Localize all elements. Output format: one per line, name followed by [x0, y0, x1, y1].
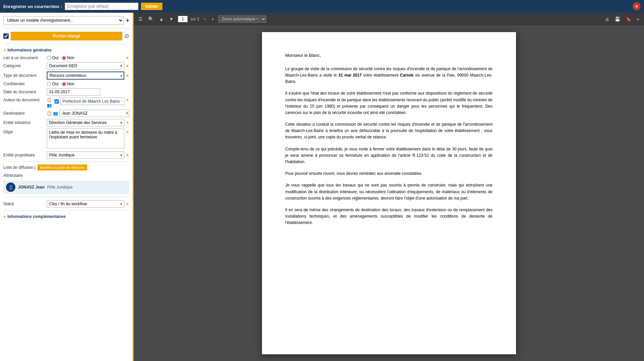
auteur-checkbox-wrapper: [54, 98, 124, 105]
attributaire-link[interactable]: Attributaire: [3, 173, 129, 178]
auteur-checkbox[interactable]: [54, 99, 59, 104]
register-input[interactable]: [65, 3, 138, 10]
entite-initiatrice-label: Entité initiatrice: [3, 120, 47, 125]
type-document-select[interactable]: Recours contentieux: [47, 72, 124, 80]
categorie-required: ★: [126, 64, 129, 68]
lier-document-label: Lier à un document: [3, 55, 47, 60]
date-document-label: Date du document: [3, 90, 47, 94]
statut-label: Statut: [3, 202, 47, 206]
entite-initiatrice-row: Entité initiatrice Direction Générale de…: [3, 119, 129, 126]
objet-wrapper: Lettre de mise en demeure du maire à l'e…: [47, 128, 124, 149]
objet-label: Objet: [3, 130, 47, 134]
pdf-zoom-in-button[interactable]: +: [210, 16, 216, 22]
lier-oui-label[interactable]: Oui: [47, 55, 58, 60]
model-select[interactable]: Utiliser un modèle d'enregistrement...: [3, 16, 124, 25]
statut-select[interactable]: Clos / fin du workflow: [47, 200, 124, 208]
type-document-required: ★: [126, 73, 129, 78]
statut-wrapper: Clos / fin du workflow ▼: [47, 200, 124, 208]
pdf-next-page-button[interactable]: ▼: [168, 16, 175, 22]
auteur-book-icon-btn[interactable]: 📋: [47, 98, 52, 102]
dest-people-icon-btn[interactable]: 👥: [53, 111, 58, 116]
pdf-download-button[interactable]: 💾: [613, 16, 622, 22]
destinataire-clear-button[interactable]: ✕: [125, 111, 129, 116]
attributaire-row: 👤 JONASZ Jean Pôle Juridique: [3, 180, 129, 194]
lier-non-label[interactable]: Non: [62, 55, 75, 60]
validate-button[interactable]: Valider: [141, 3, 162, 10]
lier-non-radio[interactable]: [62, 56, 66, 60]
avatar: 👤: [6, 183, 15, 192]
conf-non-radio[interactable]: [62, 82, 66, 86]
diffusion-label: Liste de diffusion |: [3, 165, 35, 170]
cancel-file-button[interactable]: ⊘: [124, 32, 129, 40]
plus-icon: +: [3, 47, 6, 53]
destinataire-label: Destinataire: [3, 111, 47, 116]
destinataire-group: 📋 👥 ✕: [47, 110, 129, 117]
pdf-print-button[interactable]: 🖨: [603, 16, 611, 22]
left-panel: Utiliser un modèle d'enregistrement... +…: [0, 13, 134, 361]
pdf-sidebar-toggle-button[interactable]: ☰: [137, 16, 144, 22]
destinataire-input[interactable]: [59, 110, 129, 117]
diffusion-row: Liste de diffusion | Modifier la liste d…: [3, 164, 129, 170]
pdf-zoom-out-button[interactable]: −: [202, 16, 207, 22]
conf-non-label[interactable]: Non: [62, 82, 75, 86]
entite-proprietaire-select[interactable]: Pôle Juridique: [47, 151, 124, 159]
pdf-viewer-panel: ☰ 🔍 ▲ ▼ sur 2 − + Zoom automatique ÷ 🖨 💾…: [134, 13, 644, 361]
add-model-button[interactable]: +: [126, 17, 129, 24]
pdf-total-pages: sur 2: [190, 17, 200, 21]
file-loaded-button[interactable]: Fichier chargé: [11, 32, 122, 40]
entite-initiatrice-select[interactable]: Direction Générale des Services: [47, 119, 124, 126]
attr-service: Pôle Juridique: [47, 185, 73, 190]
pdf-more-button[interactable]: »: [635, 16, 641, 22]
confidentiel-label: Confidentiel: [3, 82, 47, 86]
lier-required: ★: [126, 55, 129, 60]
modify-diffusion-button[interactable]: Modifier la liste de diffusion: [37, 164, 87, 170]
pdf-bookmark-button[interactable]: 🔖: [624, 16, 633, 22]
categorie-row: Catégorie Document GED ▼ ★: [3, 62, 129, 70]
pdf-prev-page-button[interactable]: ▲: [158, 16, 165, 22]
conf-oui-radio[interactable]: [47, 82, 51, 86]
infos-complementaires-section: + Informations complémentaires: [3, 214, 129, 219]
pdf-paragraph-2: Il s'avère que l'état des locaux de votr…: [285, 90, 493, 116]
auteur-document-input[interactable]: [60, 98, 124, 105]
auteur-document-row: Auteur du document 📋 👥 ★: [3, 98, 129, 108]
close-button[interactable]: ✕: [633, 2, 641, 10]
date-document-input[interactable]: [47, 88, 100, 96]
pdf-page-input[interactable]: [178, 16, 188, 22]
confidentiel-row: Confidentiel Oui Non: [3, 82, 129, 86]
pdf-paragraph-6: Je vous rappelle que tous les travaux qu…: [285, 182, 493, 202]
attr-name: JONASZ Jean: [18, 185, 44, 190]
categorie-select[interactable]: Document GED: [47, 62, 124, 70]
destinataire-input-wrapper: ✕: [59, 110, 129, 117]
lier-oui-radio[interactable]: [47, 56, 51, 60]
file-checkbox[interactable]: [3, 33, 9, 39]
categorie-label: Catégorie: [3, 64, 47, 68]
entite-proprietaire-row: Entité propriétaire Pôle Juridique ▼ ★: [3, 151, 129, 159]
entite-proprietaire-wrapper: Pôle Juridique ▼: [47, 151, 124, 159]
entite-proprietaire-required: ★: [126, 153, 129, 157]
file-row: Fichier chargé ⊘: [3, 32, 129, 44]
pdf-search-button[interactable]: 🔍: [147, 16, 155, 22]
page-title: Enregistrer un courrier/doc :: [3, 4, 62, 9]
pdf-bold-estab: Cariole: [400, 73, 414, 78]
top-bar: Enregistrer un courrier/doc : Valider ✕: [0, 0, 644, 13]
type-document-select-wrapper: Recours contentieux ▼: [47, 72, 124, 80]
pdf-salutation: Monsieur le Blanc,: [285, 52, 493, 59]
model-row: Utiliser un modèle d'enregistrement... +: [3, 16, 129, 28]
type-document-label: Type de document: [3, 73, 47, 78]
main-container: Utiliser un modèle d'enregistrement... +…: [0, 13, 644, 361]
infos-comp-title: + Informations complémentaires: [3, 214, 129, 219]
statut-row: Statut Clos / fin du workflow ▼ ★: [3, 200, 129, 208]
conf-oui-label[interactable]: Oui: [47, 82, 58, 86]
dest-book-icon-btn[interactable]: 📋: [47, 111, 52, 116]
lier-document-row: Lier à un document Oui Non ★: [3, 55, 129, 60]
pdf-paragraph-1: Le groupe de visite de la commission de …: [285, 66, 493, 85]
auteur-people-icon-btn[interactable]: 👥: [47, 103, 52, 108]
general-info-section-title: + Informations générales: [3, 47, 129, 53]
auteur-required: ★: [126, 98, 129, 102]
categorie-select-wrapper: Document GED ▼: [47, 62, 124, 70]
pdf-zoom-select[interactable]: Zoom automatique ÷: [218, 15, 266, 23]
pdf-paragraph-7: Il en sera de même des changements de de…: [285, 207, 493, 226]
objet-textarea[interactable]: Lettre de mise en demeure du maire à l'e…: [47, 128, 124, 148]
objet-required: ★: [126, 130, 129, 134]
pdf-paragraph-5: Pour pouvoir ensuite rouvrir, vous devre…: [285, 170, 493, 177]
